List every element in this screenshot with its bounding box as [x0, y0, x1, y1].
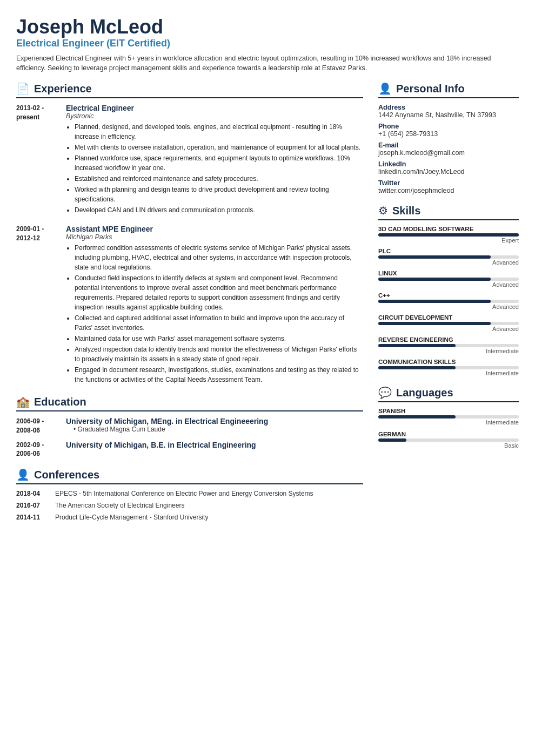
- candidate-name: Joseph McLeod: [16, 16, 519, 38]
- skills-icon: ⚙: [378, 204, 388, 217]
- bullet-item: Planned, designed, and developed tools, …: [75, 122, 363, 141]
- info-label: E-mail: [378, 141, 519, 149]
- skill-bar-fill: [378, 233, 519, 237]
- skill-level: Advanced: [378, 303, 519, 310]
- education-list: 2006-09 - 2008-06 University of Michigan…: [16, 417, 363, 458]
- skill-bar-fill: [378, 366, 456, 369]
- resume-header: Joseph McLeod Electrical Engineer (EIT C…: [16, 16, 519, 73]
- skill-item: REVERSE ENGINEERING Intermediate: [378, 336, 519, 354]
- skill-level: Intermediate: [378, 348, 519, 354]
- languages-section: 💬 Languages SPANISH Intermediate GERMAN …: [378, 386, 519, 449]
- bullet-item: Developed CAN and LIN drivers and commun…: [75, 205, 363, 215]
- skill-bar-fill: [378, 322, 491, 325]
- language-bar-background: [378, 438, 519, 442]
- bullet-item: Collected and captured additional asset …: [75, 313, 363, 333]
- info-label: LinkedIn: [378, 160, 519, 168]
- skill-bar-background: [378, 344, 519, 347]
- edu-note: • Graduated Magna Cum Laude: [66, 426, 268, 433]
- skill-bar-fill: [378, 278, 491, 281]
- languages-title: Languages: [396, 387, 453, 399]
- skill-level: Advanced: [378, 259, 519, 266]
- personal-info-title: Personal Info: [396, 83, 465, 95]
- exp-dates: 2009-01 - 2012-12: [16, 225, 59, 386]
- personal-info-item: Twitter twitter.com/josephmcleod: [378, 179, 519, 194]
- language-level: Basic: [378, 442, 519, 449]
- skill-item: CIRCUIT DEVELOPMENT Advanced: [378, 314, 519, 332]
- experience-entry: 2013-02 - present Electrical Engineer By…: [16, 104, 363, 216]
- info-value: linkedin.com/in/Joey.McLeod: [378, 168, 519, 176]
- skill-bar-fill: [378, 255, 491, 259]
- left-column: 📄 Experience 2013-02 - present Electrica…: [16, 82, 363, 531]
- skill-item: 3D CAD MODELING SOFTWARE Expert: [378, 226, 519, 244]
- info-value: 1442 Anyname St, Nashville, TN 37993: [378, 111, 519, 119]
- edu-dates: 2002-09 - 2006-06: [16, 441, 59, 459]
- info-label: Phone: [378, 123, 519, 130]
- experience-entry: 2009-01 - 2012-12 Assistant MPE Engineer…: [16, 225, 363, 386]
- skill-name: LINUX: [378, 270, 519, 276]
- bullet-item: Performed condition assessments of elect…: [75, 243, 363, 272]
- conf-date: 2018-04: [16, 490, 49, 497]
- personal-info-item: Address 1442 Anyname St, Nashville, TN 3…: [378, 104, 519, 119]
- skill-bar-fill: [378, 344, 456, 347]
- education-title: Education: [34, 396, 86, 408]
- experience-header: 📄 Experience: [16, 82, 363, 98]
- degree-title: University of Michigan, MEng. in Electri…: [66, 417, 268, 426]
- skill-item: PLC Advanced: [378, 248, 519, 266]
- info-value: joseph.k.mcleod@gmail.com: [378, 149, 519, 157]
- edu-details: University of Michigan, B.E. in Electric…: [66, 441, 256, 459]
- conf-date: 2014-11: [16, 514, 49, 521]
- skill-bar-background: [378, 233, 519, 237]
- languages-icon: 💬: [378, 386, 392, 399]
- conference-entry: 2016-07 The American Society of Electric…: [16, 502, 363, 509]
- skill-bar-background: [378, 366, 519, 369]
- info-label: Address: [378, 104, 519, 111]
- conferences-icon: 👤: [16, 468, 30, 481]
- company-name: Bystronic: [66, 112, 363, 120]
- bullet-list: Planned, designed, and developed tools, …: [66, 122, 363, 215]
- skill-level: Advanced: [378, 326, 519, 332]
- language-item: GERMAN Basic: [378, 431, 519, 449]
- personal-info-header: 👤 Personal Info: [378, 82, 519, 98]
- education-entry: 2002-09 - 2006-06 University of Michigan…: [16, 441, 363, 459]
- bullet-item: Established and reinforced maintenance a…: [75, 174, 363, 184]
- skill-name: C++: [378, 292, 519, 299]
- job-title: Assistant MPE Engineer: [66, 225, 363, 233]
- education-icon: 🏫: [16, 395, 30, 408]
- company-name: Michigan Parks: [66, 233, 363, 241]
- skill-item: C++ Advanced: [378, 292, 519, 310]
- conferences-section: 👤 Conferences 2018-04 EPECS - 5th Intern…: [16, 468, 363, 521]
- personal-info-item: LinkedIn linkedin.com/in/Joey.McLeod: [378, 160, 519, 176]
- skill-bar-background: [378, 322, 519, 325]
- language-name: GERMAN: [378, 431, 519, 437]
- bullet-item: Planned workforce use, space requirement…: [75, 153, 363, 173]
- exp-details: Assistant MPE Engineer Michigan Parks Pe…: [66, 225, 363, 386]
- bullet-item: Worked with planning and design teams to…: [75, 185, 363, 204]
- experience-title: Experience: [34, 83, 92, 95]
- skill-name: 3D CAD MODELING SOFTWARE: [378, 226, 519, 232]
- exp-details: Electrical Engineer Bystronic Planned, d…: [66, 104, 363, 216]
- language-name: SPANISH: [378, 408, 519, 414]
- bullet-item: Met with clients to oversee installation…: [75, 143, 363, 152]
- skills-section: ⚙ Skills 3D CAD MODELING SOFTWARE Expert…: [378, 204, 519, 376]
- summary-text: Experienced Electrical Engineer with 5+ …: [16, 53, 519, 74]
- info-label: Twitter: [378, 179, 519, 187]
- personal-info-icon: 👤: [378, 82, 392, 95]
- languages-header: 💬 Languages: [378, 386, 519, 402]
- bullet-item: Conducted field inspections to identify …: [75, 273, 363, 312]
- skill-level: Expert: [378, 237, 519, 244]
- skill-name: COMMUNICATION SKILLS: [378, 359, 519, 365]
- skills-header: ⚙ Skills: [378, 204, 519, 220]
- bullet-item: Maintained data for use with Parks' asse…: [75, 334, 363, 343]
- info-value: +1 (654) 258-79313: [378, 130, 519, 138]
- skills-title: Skills: [392, 205, 420, 217]
- edu-dates: 2006-09 - 2008-06: [16, 417, 59, 435]
- skill-level: Advanced: [378, 281, 519, 288]
- experience-section: 📄 Experience 2013-02 - present Electrica…: [16, 82, 363, 386]
- personal-info-item: E-mail joseph.k.mcleod@gmail.com: [378, 141, 519, 157]
- language-level: Intermediate: [378, 419, 519, 426]
- experience-icon: 📄: [16, 82, 30, 95]
- conf-name: Product Life-Cycle Management - Stanford…: [55, 514, 363, 521]
- skill-bar-fill: [378, 300, 491, 303]
- bullet-item: Engaged in document research, investigat…: [75, 365, 363, 384]
- language-bar-fill: [378, 415, 456, 418]
